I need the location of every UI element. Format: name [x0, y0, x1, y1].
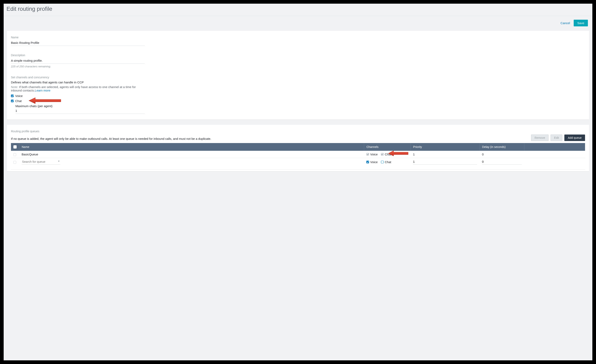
- voice-checkbox[interactable]: [11, 95, 14, 97]
- edit-queue-button[interactable]: Edit: [551, 134, 562, 141]
- queues-table: Name Channels Priority Delay (in seconds…: [11, 143, 585, 170]
- newrow-priority-input[interactable]: [413, 159, 477, 164]
- annotation-arrow-icon: [29, 97, 61, 104]
- row-select-checkbox[interactable]: [13, 161, 16, 164]
- row-delay: 0: [480, 151, 524, 158]
- name-label: Name: [11, 36, 145, 39]
- save-button[interactable]: Save: [574, 20, 588, 26]
- row-chat-checkbox: [381, 153, 384, 156]
- queue-name-cell: BasicQueue: [19, 151, 364, 158]
- max-chats-label: Maximum chats (per agent): [15, 104, 145, 108]
- row-voice-label: Voice: [370, 153, 378, 156]
- channels-note: Note: If both channels are selected, age…: [11, 85, 145, 92]
- note-text: If both channels are selected, agents wi…: [11, 85, 136, 92]
- action-bar: Cancel Save: [4, 16, 592, 31]
- add-queue-button[interactable]: Add queue: [564, 134, 585, 141]
- col-actions: [524, 143, 585, 151]
- description-label: Description: [11, 53, 145, 57]
- cancel-button[interactable]: Cancel: [560, 21, 570, 25]
- form-panel: Name Description 225 of 250 characters r…: [7, 31, 589, 119]
- newrow-voice-label: Voice: [370, 160, 378, 164]
- col-name: Name: [19, 143, 364, 151]
- queues-section-label: Routing profile queues: [11, 130, 585, 133]
- row-chat-label: Chat: [385, 153, 391, 156]
- row-priority: 1: [410, 151, 480, 158]
- voice-label: Voice: [15, 94, 23, 98]
- queues-panel: Routing profile queues If no queue is ad…: [7, 125, 589, 171]
- description-helper: 225 of 250 characters remaining.: [11, 65, 145, 68]
- newrow-voice-checkbox[interactable]: [366, 161, 369, 163]
- newrow-chat-label: Chat: [385, 160, 391, 164]
- col-channels: Channels: [364, 143, 410, 151]
- learn-more-link[interactable]: Learn more: [35, 89, 51, 92]
- remove-queue-button[interactable]: Remove: [531, 134, 549, 141]
- name-input[interactable]: [11, 40, 145, 46]
- max-chats-input[interactable]: [15, 108, 145, 114]
- channels-section-label: Set channels and concurrency: [11, 76, 145, 79]
- table-row: BasicQueue Voice Chat: [11, 151, 585, 158]
- col-priority: Priority: [410, 143, 480, 151]
- row-select-checkbox[interactable]: [13, 153, 16, 156]
- queues-description: If no queue is added, the agent will onl…: [11, 137, 211, 141]
- svg-marker-0: [29, 98, 61, 104]
- chat-checkbox[interactable]: [11, 100, 14, 102]
- description-input[interactable]: [11, 58, 145, 64]
- newrow-chat-checkbox[interactable]: [381, 161, 384, 163]
- channels-section-desc: Defines what channels that agents can ha…: [11, 81, 145, 84]
- note-label: Note:: [11, 85, 18, 89]
- col-delay: Delay (in seconds): [480, 143, 524, 151]
- queue-search-input[interactable]: [22, 159, 60, 164]
- newrow-delay-input[interactable]: [482, 159, 522, 164]
- table-row: Voice Chat: [11, 158, 585, 170]
- voice-checkbox-row[interactable]: Voice: [11, 94, 145, 98]
- row-voice-checkbox: [366, 153, 369, 156]
- newrow-channels: Voice Chat: [366, 160, 408, 164]
- chat-label: Chat: [15, 99, 22, 103]
- row-channels: Voice Chat: [366, 153, 408, 156]
- page-title: Edit routing profile: [4, 4, 592, 16]
- select-all-checkbox[interactable]: [13, 145, 17, 149]
- chat-checkbox-row[interactable]: Chat: [11, 99, 145, 103]
